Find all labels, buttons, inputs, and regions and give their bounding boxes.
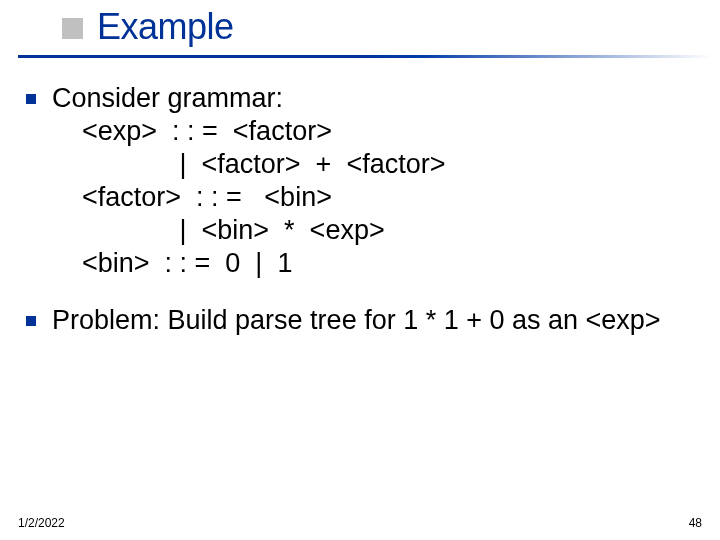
problem-block: Problem: Build parse tree for 1 * 1 + 0 … xyxy=(26,304,700,337)
footer: 1/2/2022 48 xyxy=(18,516,702,530)
bullet-icon xyxy=(26,316,36,326)
title-row: Example xyxy=(0,0,720,48)
grammar-text: Consider grammar: <exp> : : = <factor> |… xyxy=(52,82,445,280)
footer-page: 48 xyxy=(689,516,702,530)
grammar-heading: Consider grammar: xyxy=(52,82,445,115)
grammar-line: <bin> : : = 0 | 1 xyxy=(52,247,445,280)
grammar-block: Consider grammar: <exp> : : = <factor> |… xyxy=(26,82,700,280)
bullet-icon xyxy=(26,94,36,104)
grammar-line: <factor> : : = <bin> xyxy=(52,181,445,214)
grammar-line: | <bin> * <exp> xyxy=(52,214,445,247)
footer-date: 1/2/2022 xyxy=(18,516,65,530)
title-underline xyxy=(18,55,712,58)
content-area: Consider grammar: <exp> : : = <factor> |… xyxy=(26,82,700,361)
problem-text: Problem: Build parse tree for 1 * 1 + 0 … xyxy=(52,304,661,337)
grammar-line: | <factor> + <factor> xyxy=(52,148,445,181)
title-bullet-icon xyxy=(62,18,83,39)
grammar-line: <exp> : : = <factor> xyxy=(52,115,445,148)
slide-title: Example xyxy=(97,6,234,48)
